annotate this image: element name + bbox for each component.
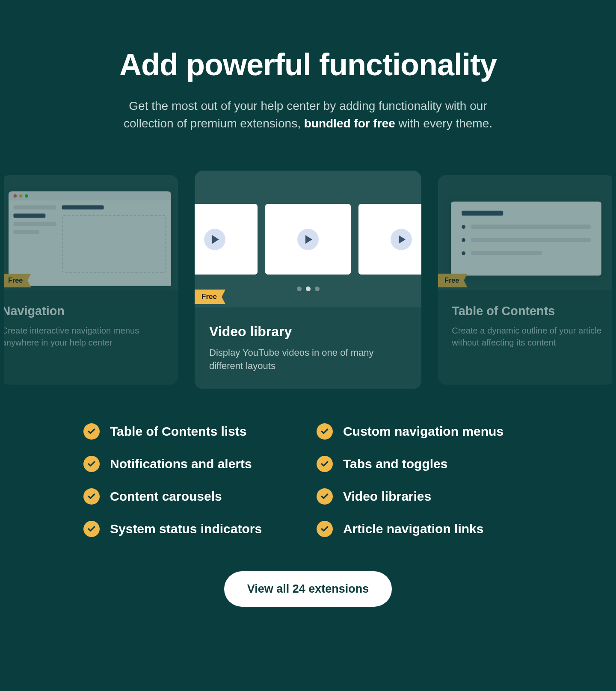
feature-label: System status indicators [110, 522, 262, 536]
free-badge: Free [195, 289, 225, 304]
hero-subtitle: Get the most out of your help center by … [90, 97, 526, 132]
card-description: Create interactive navigation menus anyw… [4, 325, 167, 348]
traffic-light-yellow [19, 195, 23, 198]
check-icon [317, 521, 333, 537]
feature-item: Content carousels [83, 488, 299, 505]
nav-line [14, 222, 56, 226]
toc-line [471, 238, 591, 242]
play-icon [391, 229, 412, 250]
feature-item: Article navigation links [317, 521, 533, 537]
hero-section: Add powerful functionality Get the most … [90, 47, 526, 132]
toc-line [471, 225, 591, 229]
play-icon [297, 229, 319, 250]
card-title: Table of Contents [452, 304, 612, 318]
bullet-icon [462, 238, 466, 242]
feature-item: Notifications and alerts [83, 456, 299, 472]
feature-item: System status indicators [83, 521, 299, 537]
feature-label: Table of Contents lists [110, 424, 246, 439]
check-icon [83, 423, 100, 440]
hero-subtitle-strong: bundled for free [304, 117, 395, 130]
check-icon [83, 456, 100, 472]
traffic-light-red [14, 195, 17, 198]
check-icon [83, 488, 100, 505]
dot-icon-active [306, 286, 311, 291]
extensions-carousel[interactable]: Free Navigation Create interactive navig… [4, 171, 612, 389]
play-icon [204, 229, 225, 250]
feature-label: Video libraries [343, 489, 431, 504]
check-icon [317, 488, 333, 505]
dot-icon [315, 286, 320, 291]
feature-item: Video libraries [317, 488, 533, 505]
content-placeholder [62, 215, 166, 272]
card-description: Create a dynamic outline of your article… [452, 325, 612, 348]
mockup-video-grid [195, 204, 421, 291]
feature-label: Custom navigation menus [343, 424, 503, 439]
card-title: Video library [209, 324, 407, 340]
card-visual-navigation [4, 175, 178, 290]
features-grid: Table of Contents lists Custom navigatio… [83, 423, 533, 537]
feature-item: Custom navigation menus [317, 423, 533, 440]
feature-label: Content carousels [110, 489, 222, 504]
view-all-extensions-button[interactable]: View all 24 extensions [224, 571, 392, 607]
mockup-browser [9, 192, 171, 286]
dot-icon [297, 286, 302, 291]
nav-line-active [14, 214, 46, 218]
card-description: Display YouTube videos in one of many di… [209, 346, 407, 373]
content-heading-line [62, 205, 104, 210]
nav-line [14, 205, 56, 210]
feature-label: Tabs and toggles [343, 457, 447, 471]
cta-section: View all 24 extensions [4, 571, 612, 607]
card-video-library[interactable]: Free Video library Display YouTube video… [195, 171, 421, 389]
video-thumbnail [358, 204, 421, 275]
card-navigation[interactable]: Free Navigation Create interactive navig… [4, 175, 178, 384]
nav-line [14, 230, 39, 234]
feature-label: Article navigation links [343, 522, 483, 536]
hero-subtitle-post: with every theme. [395, 117, 492, 130]
feature-item: Table of Contents lists [83, 423, 299, 440]
card-visual-video [195, 171, 421, 307]
card-table-of-contents[interactable]: Free Table of Contents Create a dynamic … [438, 175, 612, 384]
hero-title: Add powerful functionality [90, 47, 526, 82]
main-panel: Add powerful functionality Get the most … [4, 4, 612, 687]
video-thumbnail [265, 204, 351, 275]
toc-heading-line [462, 211, 503, 216]
traffic-light-green [25, 195, 29, 198]
carousel-dots [297, 286, 320, 291]
check-icon [83, 521, 100, 537]
feature-item: Tabs and toggles [317, 456, 533, 472]
check-icon [317, 456, 333, 472]
toc-line [471, 251, 542, 255]
video-thumbnail [195, 204, 258, 275]
check-icon [317, 423, 333, 440]
bullet-icon [462, 251, 466, 255]
bullet-icon [462, 225, 466, 229]
mockup-toc-panel [451, 202, 601, 276]
card-visual-toc [438, 175, 612, 290]
card-title: Navigation [4, 304, 167, 318]
feature-label: Notifications and alerts [110, 457, 252, 471]
free-badge: Free [438, 274, 468, 288]
free-badge: Free [4, 274, 31, 288]
